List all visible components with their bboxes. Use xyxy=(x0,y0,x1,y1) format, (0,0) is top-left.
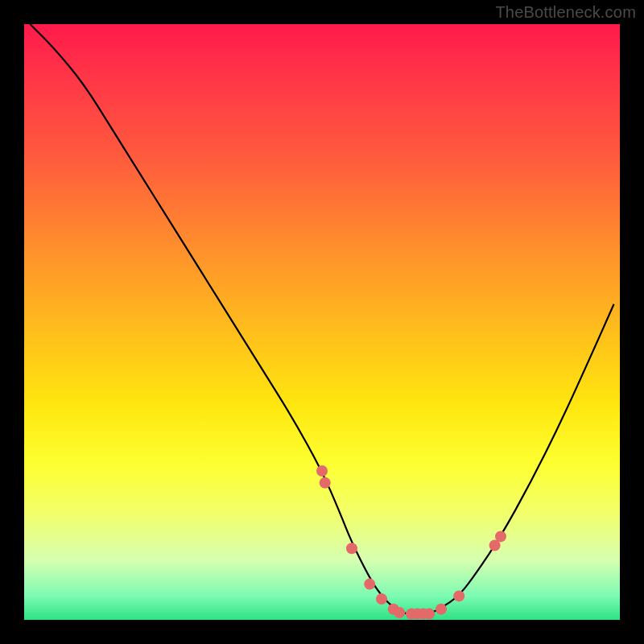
data-marker xyxy=(495,530,506,542)
marker-group xyxy=(316,465,506,620)
data-marker xyxy=(316,465,328,477)
data-marker xyxy=(453,590,464,601)
curve-path-group xyxy=(30,24,613,614)
plot-area xyxy=(24,24,620,620)
data-marker xyxy=(346,543,357,554)
data-marker xyxy=(376,593,387,605)
chart-frame: TheBottleneck.com xyxy=(0,0,644,644)
data-marker xyxy=(436,604,447,615)
data-marker xyxy=(364,579,375,590)
data-marker xyxy=(394,607,405,618)
watermark-label: TheBottleneck.com xyxy=(495,3,636,22)
data-marker xyxy=(320,477,331,489)
chart-svg xyxy=(24,24,620,620)
curve-path xyxy=(30,24,613,614)
data-marker xyxy=(423,609,435,620)
